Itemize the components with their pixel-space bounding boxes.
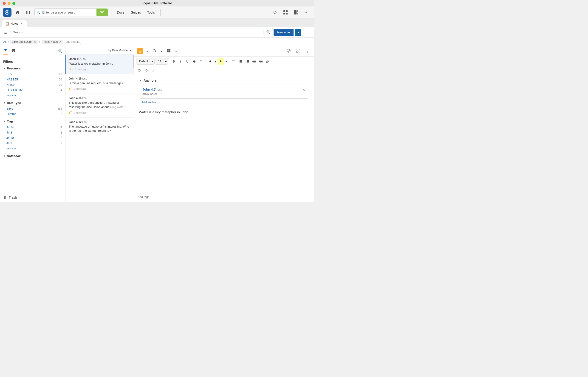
indent-decrease-button[interactable] [251, 58, 257, 65]
notes-tab-close[interactable]: ✕ [20, 22, 23, 25]
filter-item-nrsv[interactable]: NRSV 10 [0, 82, 65, 87]
tags-input[interactable] [137, 195, 311, 199]
unordered-list-button[interactable] [237, 58, 243, 65]
new-note-button[interactable]: New note [273, 29, 294, 36]
scroll-thumb[interactable] [133, 55, 134, 69]
ordered-list-button[interactable]: 1. 2. 3. [244, 58, 250, 65]
note-body[interactable]: Water is a key metaphor in John. [139, 109, 309, 132]
editor-more-button[interactable]: ⋮ [304, 48, 311, 54]
filter-item-jn10[interactable]: Jn 10 2 [0, 135, 65, 141]
filter-item-lemma[interactable]: Lemma 2 [0, 111, 65, 117]
breadcrumb-filter-type-close[interactable]: ✕ [59, 40, 61, 43]
traffic-lights[interactable] [3, 2, 15, 5]
library-button[interactable] [24, 8, 33, 17]
italic-button[interactable]: I [177, 58, 184, 65]
filter-item-jn14[interactable]: Jn 14 4 [0, 125, 65, 130]
color-dropdown-button[interactable]: ▾ [145, 48, 149, 54]
guides-button[interactable]: Guides [128, 9, 143, 16]
bold-button[interactable]: B [170, 58, 177, 65]
layout-button[interactable] [281, 8, 290, 17]
notes-tab-icon: 📋 [5, 22, 9, 25]
ban-button[interactable] [151, 48, 158, 54]
notes-search-input[interactable] [11, 29, 263, 36]
note-item-3[interactable]: John 4:16 ESV This feels like a disjunct… [66, 94, 134, 118]
strikethrough-button[interactable]: S [191, 58, 198, 65]
note-color-button[interactable] [137, 48, 143, 54]
filter-section-tags: ▼ Tags Jn 14 4 Jn 8 2 Jn 10 2 Jn 1 1 [0, 118, 65, 151]
layout-editor-button[interactable] [166, 48, 172, 54]
hamburger-button[interactable]: ☰ [3, 29, 9, 36]
filter-item-jn8[interactable]: Jn 8 2 [0, 130, 65, 135]
breadcrumb-arrow-2: › [39, 40, 40, 43]
filter-item-lls[interactable]: LLS:1.0.332 4 [0, 87, 65, 93]
maximize-button[interactable] [12, 2, 15, 5]
font-size-select[interactable]: 11 [155, 58, 168, 65]
home-button[interactable] [13, 8, 22, 17]
filter-more-resource[interactable]: more » [0, 93, 65, 98]
ban-dropdown-button[interactable]: ▾ [159, 48, 164, 54]
check-button[interactable] [285, 48, 293, 55]
note-text-3: This feels like a disjunction. Instead o… [69, 101, 131, 109]
filter-item-esv[interactable]: ESV 96 [0, 71, 65, 77]
clear-formatting-button[interactable]: ✕ [150, 67, 157, 74]
note-item-2[interactable]: John 4:15 ESV Is this a genuine request,… [66, 74, 134, 94]
filter-section-notebook-header[interactable]: ▼ Notebook [0, 153, 65, 159]
indent-increase-button[interactable] [258, 58, 264, 65]
new-note-dropdown-button[interactable]: ▾ [295, 29, 301, 36]
filter-section-tags-label: Tags [7, 120, 13, 123]
docs-button[interactable]: Docs [115, 9, 126, 16]
tools-button[interactable]: Tools [145, 9, 157, 16]
notes-more-button[interactable]: ⋮ [303, 29, 311, 36]
superscript-button[interactable]: X2 [143, 67, 149, 74]
add-tab-button[interactable]: + [28, 20, 34, 26]
filter-button[interactable] [3, 47, 8, 55]
filter-more-tags[interactable]: more » [0, 146, 65, 151]
filter-section-resource-header[interactable]: ▼ Resource [0, 65, 65, 71]
more-button[interactable]: ⋯ [302, 8, 311, 17]
breadcrumb-filter-book-close[interactable]: ✕ [34, 40, 36, 43]
subscript-button[interactable]: X2 [136, 67, 143, 74]
expand-button[interactable] [294, 48, 302, 55]
tt-button[interactable]: Tt [198, 58, 204, 65]
add-anchor-button[interactable]: + Add anchor [139, 99, 157, 106]
anchor-close-button[interactable]: ✕ [302, 88, 306, 93]
trash-section[interactable]: 🗑 Trash [0, 193, 65, 202]
anchor-text: draw water [142, 92, 306, 96]
bookmark-button[interactable] [11, 47, 16, 55]
minimize-button[interactable] [8, 2, 11, 5]
highlight-button[interactable]: A [217, 58, 224, 65]
svg-rect-33 [247, 62, 249, 62]
align-left-button[interactable] [230, 58, 237, 65]
close-button[interactable] [3, 2, 6, 5]
font-color-button[interactable]: A [207, 58, 213, 65]
notes-tab[interactable]: 📋 Notes ✕ [2, 20, 27, 27]
filter-item-nasb95[interactable]: NASB95 20 [0, 77, 65, 82]
logo-button[interactable] [3, 8, 11, 17]
breadcrumb-filter-type: Type: Notes ✕ [42, 40, 63, 44]
breadcrumb-all[interactable]: All [3, 40, 6, 43]
note-item-4[interactable]: John 4:12 ESV The language of "gave us" … [66, 118, 134, 137]
filter-item-bible-label: Bible [6, 107, 13, 110]
go-button[interactable]: GO [96, 9, 108, 16]
font-family-select[interactable]: Default [136, 58, 155, 65]
filter-search-button[interactable]: 🔍 [58, 49, 62, 53]
search-bar[interactable]: 🔍 GO [34, 9, 108, 16]
note-date-3: 3 days ago [74, 111, 87, 114]
highlight-dropdown[interactable]: ▾ [224, 58, 228, 65]
note-item-1[interactable]: John 4:7 ESV Water is a key metaphor in … [66, 55, 134, 74]
note-ref-3: John 4:16 ESV [69, 96, 131, 100]
filter-item-lls-count: 4 [60, 89, 62, 92]
panel-button[interactable] [292, 8, 300, 17]
search-input[interactable] [42, 11, 96, 14]
link-button[interactable] [265, 58, 271, 65]
filter-section-datatype-header[interactable]: ▼ Data Type [0, 100, 65, 106]
underline-button[interactable]: U [184, 58, 191, 65]
filter-item-bible[interactable]: Bible 385 [0, 106, 65, 111]
anchors-header[interactable]: ▼ Anchors [139, 79, 309, 82]
sync-button[interactable] [271, 8, 279, 17]
layout-dropdown-button[interactable]: ▾ [174, 48, 178, 54]
font-color-dropdown[interactable]: ▾ [214, 58, 217, 65]
filter-section-tags-header[interactable]: ▼ Tags [0, 118, 65, 125]
sort-button[interactable]: by Date Modified ▾ [108, 49, 131, 52]
filter-item-jn1[interactable]: Jn 1 1 [0, 141, 65, 146]
